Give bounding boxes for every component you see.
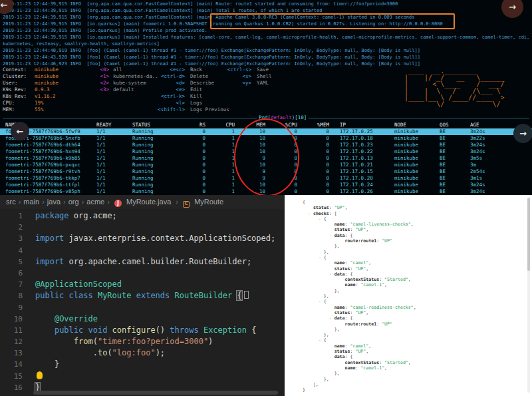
json-line: status: "UP",: [303, 349, 416, 354]
horizontal-scrollbar[interactable]: [33, 391, 278, 395]
line-number: 16: [0, 382, 23, 393]
line-number: 5: [0, 256, 23, 268]
line-number: 1: [0, 210, 23, 222]
line-number: 13: [0, 347, 23, 359]
hotkey-row: <ctrl-d>Delete: [154, 73, 229, 80]
health-json-panel: { status: "UP", - checks: [ - { name: "c…: [285, 195, 532, 396]
json-line: ],: [303, 382, 416, 387]
class-icon: C: [183, 201, 190, 208]
line-number: 3: [0, 233, 23, 244]
json-line: name: "camel",: [303, 260, 416, 266]
json-line: name: "camel-liveness-checks",: [303, 222, 416, 227]
json-line: },: [303, 327, 416, 332]
line-number: 9: [0, 302, 23, 313]
namespace-item: <1>kubernetes-da..: [94, 73, 158, 80]
hotkey-row: <ctrl-k>Kill: [154, 93, 229, 100]
json-line: - {: [303, 299, 416, 304]
code-line[interactable]: 1package org.acme;: [0, 210, 285, 222]
breadcrumb-item[interactable]: src: [6, 198, 16, 206]
left-arrow-icon: ←: [1, 0, 8, 10]
chevron-right-icon: ›: [176, 198, 178, 206]
code-line[interactable]: 2: [0, 222, 285, 233]
breadcrumb-item[interactable]: main: [23, 198, 39, 206]
code-editor-pane[interactable]: src›main›java›org›acme› J MyRoute.java ›…: [0, 195, 285, 396]
cluster-info-row: Context:minikube: [3, 67, 59, 73]
breadcrumb: src›main›java›org›acme› J MyRoute.java ›…: [0, 195, 285, 209]
breadcrumb-item[interactable]: java: [47, 198, 61, 206]
code-line[interactable]: 11 public void configure() throws Except…: [0, 325, 285, 336]
code-line[interactable]: 3import javax.enterprise.context.Applica…: [0, 233, 285, 244]
hotkey-row: <s>Shell: [223, 73, 272, 80]
breadcrumb-file[interactable]: MyRoute.java: [126, 198, 171, 206]
log-line: 2019-11-23 12:44:39,915 INFO [io.quarkus…: [3, 34, 532, 41]
json-line: - {: [303, 216, 416, 222]
code-area[interactable]: 1package org.acme;23import javax.enterpr…: [0, 210, 285, 393]
code-line[interactable]: 4: [0, 245, 285, 256]
line-number: 12: [0, 336, 23, 347]
cluster-info-row: CPU:19%: [3, 100, 59, 106]
json-line: },: [303, 371, 416, 376]
namespace-item: <0>all: [94, 67, 158, 73]
cluster-info-row: K8s Rev:v1.16.2: [3, 93, 59, 100]
json-line: name: "camel",: [303, 343, 416, 349]
screen: { "annotations": { "left_arrow": "←", "r…: [0, 0, 532, 396]
code-line[interactable]: 10 @Override: [0, 313, 285, 325]
cluster-info-row: User:minikube: [3, 80, 59, 87]
json-line: status: "UP",: [303, 205, 416, 210]
code-line[interactable]: 13 .to("log:foo");: [0, 347, 285, 359]
namespace-item: <3>default: [94, 87, 158, 93]
json-line: },: [303, 250, 416, 255]
hotkey-row: <y>YAML: [223, 80, 272, 87]
nav-arrow-row-left: ←: [11, 122, 29, 140]
code-line[interactable]: 9: [0, 302, 285, 313]
code-line[interactable]: 5import org.apache.camel.builder.RouteBu…: [0, 256, 285, 268]
logo-line: \/ \/: [404, 101, 505, 108]
code-line[interactable]: 14 }: [0, 359, 285, 370]
code-line[interactable]: 12 from("timer:foo?period=3000"): [0, 336, 285, 347]
json-line: contextStatus: "Started",: [303, 277, 416, 282]
k9s-cluster-info: Context:minikubeCluster:minikubeUser:min…: [3, 67, 59, 113]
chevron-right-icon: ›: [107, 198, 110, 206]
cluster-info-row: MEM:55%: [3, 106, 59, 113]
health-json-content: { status: "UP", - checks: [ - { name: "c…: [303, 200, 416, 393]
code-line[interactable]: 6: [0, 268, 285, 279]
breadcrumb-item[interactable]: acme: [86, 198, 104, 206]
k9s-header: Context:minikubeCluster:minikubeUser:min…: [0, 67, 532, 114]
code-line[interactable]: 8public class MyRoute extends RouteBuild…: [0, 290, 285, 301]
pod-title-count: )[10]: [292, 114, 307, 120]
json-line: route:route1: "UP": [303, 238, 416, 244]
left-arrow-icon: ←: [17, 126, 24, 136]
k9s-ascii-logo: ____ __.________| |/ _/ __ \______| < \_…: [404, 68, 505, 108]
line-number: 15: [0, 371, 23, 382]
terminal-pane: 2019-11-23 12:44:39,915 INFO [org.apa.ca…: [0, 0, 532, 195]
json-line: contextStatus: "Started",: [303, 360, 416, 365]
camel-startup-highlight-box: [210, 13, 455, 29]
line-number: 11: [0, 325, 23, 336]
line-number: 14: [0, 359, 23, 370]
line-number: 7: [0, 279, 23, 290]
breadcrumb-path: src›main›java›org›acme›: [5, 198, 112, 206]
json-line: name: "camel-1",: [303, 282, 416, 288]
code-line[interactable]: 7@ApplicationScoped: [0, 279, 285, 290]
breadcrumb-item[interactable]: org: [68, 198, 79, 206]
cluster-info-row: K9s Rev:0.9.3: [3, 87, 59, 93]
json-line: route:route1: "UP": [303, 321, 416, 327]
log-line: 2019-11-23 12:44:39,915 INFO [org.apa.ca…: [3, 1, 532, 7]
hotkey-row: <ctrl-s>Save: [223, 67, 272, 73]
nav-arrow-row-right: →: [513, 124, 532, 143]
line-number: 10: [0, 313, 23, 325]
json-line: },: [303, 288, 416, 294]
json-line: - data: {: [303, 354, 416, 359]
code-line[interactable]: 15: [0, 371, 285, 382]
k9s-hotkeys-nav: <esc>Back<ctrl-d>Delete<d>Describe<e>Edi…: [154, 67, 229, 113]
camel-log-output: 2019-11-23 12:44:39,915 INFO [org.apa.ca…: [3, 1, 532, 67]
json-line: name: "camel-readiness-checks",: [303, 305, 416, 310]
json-line: },: [303, 332, 416, 337]
hotkey-row: <d>Describe: [154, 80, 229, 87]
json-line: - checks: [: [303, 211, 416, 216]
k9s-namespace-list: <0>all<1>kubernetes-da..<2>kube-system<3…: [94, 67, 158, 93]
scrollbar-thumb[interactable]: [527, 198, 530, 271]
log-line: kubernetes, resteasy, smallrye-health, s…: [3, 41, 532, 47]
breadcrumb-symbol[interactable]: MyRoute: [194, 198, 223, 206]
vertical-scrollbar[interactable]: [527, 198, 530, 393]
